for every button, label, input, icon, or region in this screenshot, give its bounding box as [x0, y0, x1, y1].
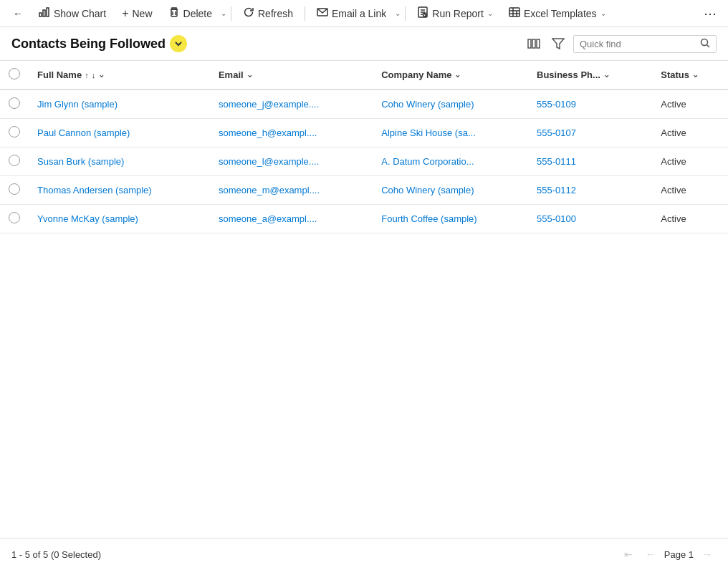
- link-business-phone[interactable]: 555-0111: [537, 156, 576, 167]
- cell-business-phone: 555-0112: [528, 176, 652, 205]
- excel-templates-button[interactable]: Excel Templates ⌄: [502, 3, 613, 24]
- link-email[interactable]: someone_m@exampl....: [219, 185, 320, 195]
- column-chooser-button[interactable]: [525, 34, 543, 53]
- link-email[interactable]: someone_h@exampl....: [219, 127, 317, 138]
- link-business-phone[interactable]: 555-0100: [537, 213, 576, 224]
- status-badge: Active: [661, 127, 686, 138]
- svg-rect-18: [532, 39, 535, 48]
- excel-templates-label: Excel Templates: [524, 8, 597, 19]
- status-badge: Active: [661, 213, 686, 224]
- col-dropdown-company-name[interactable]: ⌄: [454, 70, 461, 79]
- col-label-status: Status: [661, 69, 689, 80]
- link-company-name[interactable]: A. Datum Corporatio...: [381, 156, 474, 167]
- cell-status: Active: [652, 148, 728, 176]
- col-dropdown-business-phone[interactable]: ⌄: [603, 70, 610, 79]
- svg-rect-2: [47, 8, 49, 16]
- run-report-label: Run Report: [432, 8, 484, 19]
- sort-asc-icon: ↑: [85, 71, 89, 79]
- excel-icon: [509, 6, 520, 20]
- row-select-cell: [0, 148, 29, 176]
- filter-button[interactable]: [549, 34, 567, 53]
- separator-2: [305, 6, 305, 21]
- select-all-checkbox[interactable]: [9, 68, 20, 79]
- view-title-dropdown[interactable]: [170, 35, 187, 52]
- back-button[interactable]: ←: [6, 4, 30, 23]
- status-badge: Active: [661, 185, 686, 195]
- sort-desc-icon: ↓: [92, 71, 96, 79]
- link-business-phone[interactable]: 555-0109: [537, 99, 576, 110]
- more-options-button[interactable]: ⋯: [698, 2, 722, 25]
- email-icon: [317, 6, 328, 20]
- refresh-button[interactable]: Refresh: [236, 3, 300, 24]
- row-select-cell: [0, 90, 29, 119]
- link-company-name[interactable]: Fourth Coffee (sample): [381, 213, 476, 224]
- delete-button[interactable]: Delete: [161, 3, 219, 24]
- email-link-button[interactable]: Email a Link: [310, 3, 393, 24]
- table-row: Paul Cannon (sample)someone_h@exampl....…: [0, 119, 728, 148]
- email-link-label: Email a Link: [332, 8, 386, 19]
- cell-status: Active: [652, 205, 728, 233]
- link-full-name[interactable]: Jim Glynn (sample): [37, 99, 118, 110]
- separator-1: [231, 6, 231, 21]
- refresh-icon: [243, 6, 254, 20]
- cell-business-phone: 555-0100: [528, 205, 652, 233]
- link-business-phone[interactable]: 555-0112: [537, 185, 576, 195]
- col-header-status[interactable]: Status ⌄: [652, 61, 728, 90]
- svg-rect-1: [43, 10, 45, 16]
- svg-rect-0: [39, 13, 42, 16]
- svg-line-22: [707, 44, 710, 47]
- row-checkbox[interactable]: [9, 183, 20, 195]
- col-header-email[interactable]: Email ⌄: [210, 61, 373, 90]
- svg-rect-12: [509, 8, 519, 16]
- delete-icon: [168, 6, 180, 20]
- view-title-text: Contacts Being Followed: [11, 37, 166, 52]
- cell-business-phone: 555-0109: [528, 90, 652, 119]
- row-select-cell: [0, 205, 29, 233]
- row-checkbox[interactable]: [9, 155, 20, 166]
- col-header-full-name[interactable]: Full Name ↑ ↓ ⌄: [29, 61, 210, 90]
- link-company-name[interactable]: Coho Winery (sample): [381, 99, 474, 110]
- table-row: Susan Burk (sample)someone_l@example....…: [0, 148, 728, 176]
- link-business-phone[interactable]: 555-0107: [537, 127, 576, 138]
- cell-email: someone_l@example....: [210, 148, 373, 176]
- link-full-name[interactable]: Thomas Andersen (sample): [37, 185, 152, 195]
- col-dropdown-status[interactable]: ⌄: [692, 70, 699, 79]
- link-full-name[interactable]: Susan Burk (sample): [37, 156, 124, 167]
- cell-full-name: Susan Burk (sample): [29, 148, 210, 176]
- link-full-name[interactable]: Paul Cannon (sample): [37, 127, 130, 138]
- col-header-business-phone[interactable]: Business Ph... ⌄: [528, 61, 652, 90]
- cell-company-name: Fourth Coffee (sample): [373, 205, 528, 233]
- col-dropdown-email[interactable]: ⌄: [246, 70, 253, 79]
- cell-full-name: Yvonne McKay (sample): [29, 205, 210, 233]
- row-checkbox[interactable]: [9, 126, 20, 137]
- delete-dropdown-arrow[interactable]: ⌄: [221, 9, 226, 17]
- col-dropdown-full-name[interactable]: ⌄: [98, 70, 105, 79]
- link-company-name[interactable]: Coho Winery (sample): [381, 185, 474, 195]
- col-label-company-name: Company Name: [381, 69, 451, 80]
- cell-email: someone_m@exampl....: [210, 176, 373, 205]
- cell-company-name: A. Datum Corporatio...: [373, 148, 528, 176]
- table-header-row: Full Name ↑ ↓ ⌄ Email ⌄ Company Name: [0, 61, 728, 90]
- select-all-header[interactable]: [0, 61, 29, 90]
- header-actions: [525, 34, 717, 53]
- show-chart-button[interactable]: Show Chart: [32, 3, 113, 24]
- link-email[interactable]: someone_j@example....: [219, 99, 319, 110]
- email-dropdown-arrow[interactable]: ⌄: [395, 9, 401, 17]
- table-container: Full Name ↑ ↓ ⌄ Email ⌄ Company Name: [0, 61, 728, 233]
- cell-company-name: Coho Winery (sample): [373, 90, 528, 119]
- search-input[interactable]: [580, 39, 700, 49]
- search-box: [573, 35, 717, 53]
- new-button[interactable]: + New: [115, 4, 159, 24]
- search-icon[interactable]: [700, 38, 710, 50]
- run-report-button[interactable]: Run Report ⌄: [410, 3, 500, 24]
- link-full-name[interactable]: Yvonne McKay (sample): [37, 213, 138, 224]
- row-checkbox[interactable]: [9, 212, 20, 223]
- col-header-company-name[interactable]: Company Name ⌄: [373, 61, 528, 90]
- row-select-cell: [0, 176, 29, 205]
- link-email[interactable]: someone_a@exampl....: [219, 213, 317, 224]
- link-company-name[interactable]: Alpine Ski House (sa...: [381, 127, 476, 138]
- row-checkbox[interactable]: [9, 97, 20, 109]
- cell-business-phone: 555-0107: [528, 119, 652, 148]
- cell-full-name: Thomas Andersen (sample): [29, 176, 210, 205]
- link-email[interactable]: someone_l@example....: [219, 156, 319, 167]
